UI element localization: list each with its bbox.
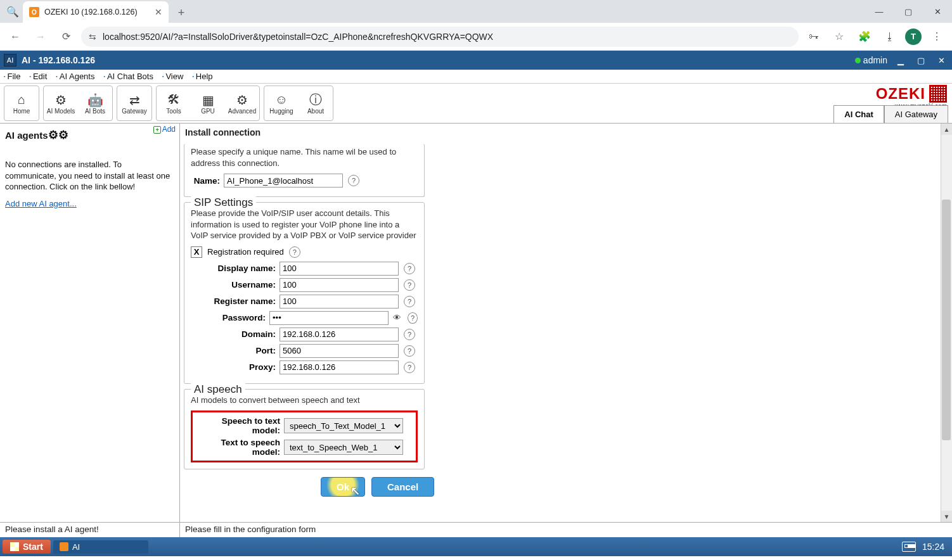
toolbar-ai-bots[interactable]: 🤖AI Bots bbox=[79, 87, 111, 119]
minimize-icon[interactable]: — bbox=[865, 0, 894, 23]
vertical-scrollbar[interactable]: ▲ ▼ bbox=[941, 124, 952, 522]
taskbar: Start AI 15:24 bbox=[0, 537, 952, 556]
register-name-label: Register name: bbox=[191, 296, 280, 306]
maximize-icon[interactable]: ▢ bbox=[894, 0, 923, 23]
robot-icon: 🤖 bbox=[87, 92, 103, 108]
taskbar-tray: 15:24 bbox=[902, 542, 949, 552]
browser-tab-title: OZEKI 10 (192.168.0.126) bbox=[44, 8, 151, 16]
taskbar-clock: 15:24 bbox=[922, 542, 944, 552]
menu-file[interactable]: File bbox=[4, 72, 20, 81]
start-button[interactable]: Start bbox=[3, 540, 51, 554]
port-label: Port: bbox=[191, 346, 280, 355]
name-input[interactable] bbox=[224, 174, 343, 188]
registration-checkbox[interactable]: X bbox=[191, 246, 202, 258]
register-name-input[interactable] bbox=[280, 295, 399, 309]
menu-edit[interactable]: Edit bbox=[29, 72, 47, 81]
profile-avatar[interactable]: T bbox=[905, 29, 922, 45]
speech-legend: AI speech bbox=[191, 383, 245, 396]
toolbar-ai-models[interactable]: ⚙AI Models bbox=[45, 87, 77, 119]
menu-bar: File Edit AI Agents AI Chat Bots View He… bbox=[0, 70, 952, 84]
tab-close-icon[interactable]: ✕ bbox=[155, 7, 162, 17]
display-name-input[interactable] bbox=[280, 262, 399, 276]
fieldset-ai-speech: AI speech AI models to convert between s… bbox=[184, 389, 425, 470]
menu-ai-agents[interactable]: AI Agents bbox=[56, 72, 94, 81]
tools-icon: 🛠 bbox=[167, 92, 180, 108]
toolbar-advanced[interactable]: ⚙Advanced bbox=[226, 87, 258, 119]
menu-icon[interactable]: ⋮ bbox=[927, 27, 947, 47]
username-input[interactable] bbox=[280, 278, 399, 292]
user-status[interactable]: admin bbox=[855, 55, 887, 65]
toolbar-about[interactable]: ⓘAbout bbox=[300, 87, 331, 119]
bookmark-icon[interactable]: ☆ bbox=[829, 27, 849, 47]
help-icon[interactable]: ? bbox=[289, 246, 300, 258]
password-icon[interactable]: 🗝 bbox=[804, 27, 824, 47]
help-icon[interactable]: ? bbox=[404, 345, 415, 357]
app-close-icon[interactable]: ✕ bbox=[934, 54, 948, 66]
gateway-icon: ⇄ bbox=[129, 92, 140, 108]
tts-select[interactable]: text_to_Speech_Web_1 bbox=[284, 440, 403, 455]
site-info-icon[interactable]: ⇆ bbox=[89, 32, 96, 42]
url-text: localhost:9520/AI/?a=InstallSoloDriver&t… bbox=[103, 32, 493, 42]
domain-input[interactable] bbox=[280, 328, 399, 341]
forward-button[interactable]: → bbox=[30, 27, 51, 47]
sidebar-add-link[interactable]: +Add bbox=[153, 125, 176, 134]
new-tab-button[interactable]: + bbox=[172, 4, 190, 22]
display-name-label: Display name: bbox=[191, 264, 280, 273]
start-grid-icon bbox=[10, 542, 19, 551]
close-window-icon[interactable]: ✕ bbox=[923, 0, 952, 23]
reload-button[interactable]: ⟳ bbox=[56, 27, 76, 47]
username-label: Username: bbox=[191, 280, 280, 290]
browser-window-buttons: — ▢ ✕ bbox=[865, 0, 952, 23]
address-bar[interactable]: ⇆ localhost:9520/AI/?a=InstallSoloDriver… bbox=[81, 27, 799, 47]
help-icon[interactable]: ? bbox=[408, 312, 418, 324]
status-left: Please install a AI agent! bbox=[0, 523, 180, 537]
help-icon[interactable]: ? bbox=[348, 175, 359, 186]
stt-select[interactable]: speech_To_Text_Model_1 bbox=[284, 418, 403, 433]
ok-button[interactable]: Ok↖ bbox=[321, 477, 365, 497]
menu-ai-chat-bots[interactable]: AI Chat Bots bbox=[103, 72, 153, 81]
proxy-input[interactable] bbox=[280, 360, 399, 374]
back-button[interactable]: ← bbox=[5, 27, 25, 47]
tab-ai-gateway[interactable]: AI Gateway bbox=[884, 105, 948, 123]
password-input[interactable] bbox=[269, 311, 389, 325]
help-icon[interactable]: ? bbox=[404, 362, 415, 373]
tab-search-icon[interactable]: 🔍 bbox=[5, 4, 20, 19]
speech-desc: AI models to convert between speech and … bbox=[191, 395, 418, 406]
name-label: Name: bbox=[191, 176, 224, 186]
toolbar-gpu[interactable]: ▦GPU bbox=[192, 87, 224, 119]
scroll-down-icon[interactable]: ▼ bbox=[941, 511, 952, 522]
app-minimize-icon[interactable]: ▁ bbox=[894, 54, 908, 66]
gear-icon: ⚙ bbox=[55, 92, 67, 108]
port-input[interactable] bbox=[280, 344, 399, 358]
menu-view[interactable]: View bbox=[162, 72, 183, 81]
help-icon[interactable]: ? bbox=[404, 263, 415, 274]
app-icon: AI bbox=[4, 54, 16, 67]
add-new-ai-agent-link[interactable]: Add new AI agent... bbox=[5, 199, 77, 208]
extensions-icon[interactable]: 🧩 bbox=[854, 27, 875, 47]
taskbar-item-ai[interactable]: AI bbox=[53, 540, 148, 554]
right-tabs: AI Chat AI Gateway bbox=[833, 105, 948, 123]
tab-ai-chat[interactable]: AI Chat bbox=[833, 105, 884, 123]
downloads-icon[interactable]: ⭳ bbox=[880, 27, 900, 47]
help-icon[interactable]: ? bbox=[404, 296, 415, 307]
help-icon[interactable]: ? bbox=[404, 279, 415, 291]
main-panel: Install connection Please specify a uniq… bbox=[180, 124, 952, 522]
toolbar-home[interactable]: ⌂Home bbox=[6, 87, 37, 119]
toolbar-gateway[interactable]: ⇄Gateway bbox=[119, 87, 150, 119]
app-maximize-icon[interactable]: ▢ bbox=[914, 54, 928, 66]
toolbar-hugging[interactable]: ☺Hugging bbox=[266, 87, 297, 119]
cancel-button[interactable]: Cancel bbox=[371, 477, 434, 497]
sidebar: +Add AI agents⚙⚙ No connections are inst… bbox=[0, 124, 180, 522]
scroll-up-icon[interactable]: ▲ bbox=[941, 124, 952, 135]
scroll-thumb[interactable] bbox=[942, 200, 951, 440]
browser-tab[interactable]: O OZEKI 10 (192.168.0.126) ✕ bbox=[23, 1, 169, 23]
sip-legend: SIP Settings bbox=[191, 196, 256, 209]
registration-required-row: X Registration required ? bbox=[191, 246, 418, 258]
menu-help[interactable]: Help bbox=[192, 72, 212, 81]
cursor-icon: ↖ bbox=[351, 484, 360, 498]
help-icon[interactable]: ? bbox=[404, 329, 415, 340]
eye-icon[interactable]: 👁 bbox=[392, 312, 402, 324]
toolbar-tools[interactable]: 🛠Tools bbox=[158, 87, 190, 119]
keyboard-icon[interactable] bbox=[902, 542, 916, 552]
tts-label: Text to speech model: bbox=[195, 438, 284, 457]
